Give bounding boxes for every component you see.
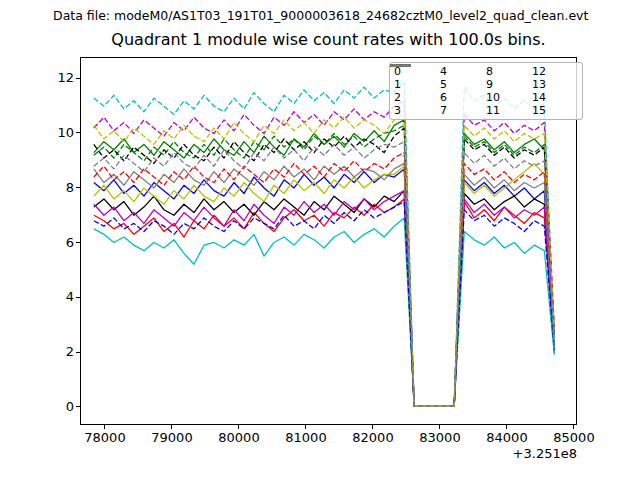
y-tick-mark — [76, 242, 80, 243]
x-axis-offset-label: +3.251e8 — [489, 446, 577, 461]
chart-title: Quadrant 1 module wise count rates with … — [80, 30, 577, 49]
y-tick-mark — [76, 406, 80, 407]
y-tick-mark — [76, 78, 80, 79]
y-tick-label: 10 — [36, 125, 74, 141]
x-tick-mark — [171, 425, 172, 429]
series-line-1 — [94, 120, 554, 406]
x-tick-label: 84000 — [475, 430, 539, 445]
x-tick-label: 81000 — [274, 430, 338, 445]
y-tick-mark — [76, 187, 80, 188]
x-tick-mark — [305, 425, 306, 429]
legend-line-swatch — [390, 63, 582, 119]
series-line-11 — [94, 128, 554, 406]
x-tick-mark — [372, 425, 373, 429]
series-line-9 — [94, 125, 554, 406]
x-tick-mark — [506, 425, 507, 429]
series-line-0 — [94, 199, 554, 406]
y-tick-mark — [76, 352, 80, 353]
x-tick-label: 78000 — [73, 430, 137, 445]
y-tick-label: 4 — [36, 289, 74, 305]
x-tick-label: 79000 — [140, 430, 204, 445]
series-line-10 — [94, 202, 554, 406]
x-tick-label: 83000 — [408, 430, 472, 445]
legend: 0123456789101112131415 — [389, 62, 583, 120]
x-tick-mark — [439, 425, 440, 429]
x-tick-mark — [104, 425, 105, 429]
y-tick-label: 2 — [36, 344, 74, 360]
series-line-12 — [94, 101, 554, 406]
y-tick-label: 6 — [36, 235, 74, 251]
legend-entry-15: 15 — [532, 104, 578, 117]
x-tick-label: 80000 — [207, 430, 271, 445]
series-line-5 — [94, 218, 554, 406]
figure: { "figure": { "data_file_label": "Data f… — [0, 0, 640, 480]
x-tick-mark — [573, 425, 574, 429]
y-tick-mark — [76, 297, 80, 298]
y-tick-label: 8 — [36, 180, 74, 196]
y-tick-mark — [76, 132, 80, 133]
x-tick-label: 82000 — [341, 430, 405, 445]
y-tick-label: 12 — [36, 70, 74, 86]
series-line-15 — [94, 142, 554, 406]
plot-area: 0123456789101112131415 — [80, 57, 577, 425]
data-file-label: Data file: modeM0/AS1T03_191T01_90000036… — [53, 8, 588, 23]
x-tick-mark — [238, 425, 239, 429]
x-tick-label: 85000 — [542, 430, 606, 445]
series-line-14 — [94, 114, 554, 406]
series-line-4 — [94, 191, 554, 406]
y-tick-label: 0 — [36, 399, 74, 415]
series-line-3 — [94, 191, 554, 406]
